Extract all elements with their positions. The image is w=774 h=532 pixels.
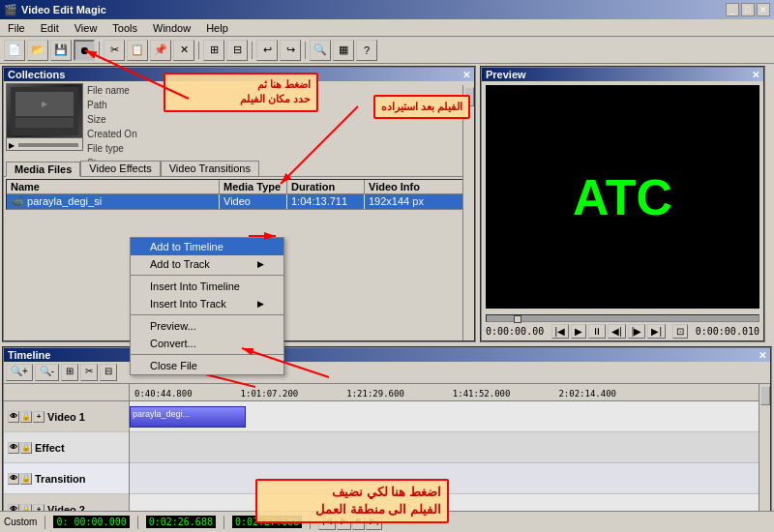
track-row-video1: parayla_degi...: [130, 401, 759, 432]
delete-button[interactable]: ✕: [173, 40, 194, 61]
ctx-insert-track-arrow: ▶: [257, 299, 264, 309]
grid-button[interactable]: ▦: [333, 40, 354, 61]
col-header-duration: Duration: [287, 180, 365, 193]
redo-button[interactable]: ↪: [280, 40, 301, 61]
preview-panel: Preview ✕ ATC 0:00:00.00 |◀ ▶ ⏸ ◀| |▶ ▶|…: [480, 66, 765, 342]
toolbar-sep2: [198, 42, 199, 59]
menu-file[interactable]: File: [4, 21, 29, 35]
preview-display-text: ATC: [573, 168, 672, 226]
collections-scrollbar[interactable]: [462, 85, 474, 340]
thumb-image: ▶: [7, 84, 82, 137]
thumb-play[interactable]: ▶: [9, 141, 15, 150]
ctx-sep2: [131, 314, 283, 315]
ruler-mark-3: 1:41:52.000: [453, 389, 511, 399]
split-button[interactable]: ⊞: [203, 40, 224, 61]
menu-tools[interactable]: Tools: [108, 21, 141, 35]
trim-button[interactable]: ⊟: [226, 40, 248, 61]
menu-window[interactable]: Window: [149, 21, 194, 35]
file-row-0[interactable]: 📹 parayla_degi_si Video 1:04:13.711 192x…: [7, 194, 471, 209]
preview-slider-thumb[interactable]: [514, 315, 521, 323]
paste-button[interactable]: 📌: [150, 40, 171, 61]
prev-pause[interactable]: ⏸: [588, 324, 606, 339]
preview-close[interactable]: ✕: [752, 70, 759, 80]
timeline-ruler: 0:40:44.800 1:01:07.200 1:21:29.600 1:41…: [130, 384, 759, 401]
tl-fit[interactable]: ⊞: [61, 364, 78, 381]
save-button[interactable]: 💾: [50, 40, 72, 61]
ctx-preview[interactable]: Preview...: [131, 317, 283, 335]
annotation-import: اضغط هنا ثم حدد مكان الفيلم: [164, 73, 318, 112]
collections-label: Collections: [8, 69, 65, 80]
preview-buttons: 0:00:00.00 |◀ ▶ ⏸ ◀| |▶ ▶| ⊡ 0:00:00.010: [486, 324, 759, 339]
undo-button[interactable]: ↩: [256, 40, 278, 61]
track-label-transition: 👁 🔒 Transition: [4, 463, 129, 494]
trk-eye-video1[interactable]: 👁: [8, 411, 19, 423]
prev-fullscreen[interactable]: ⊡: [672, 324, 688, 339]
collections-panel: Collections ✕ ▶ ▶: [2, 66, 476, 342]
ctx-add-to-timeline[interactable]: Add to Timeline: [131, 238, 283, 255]
annotation-after-import: الفيلم بعد استيراده: [373, 95, 470, 119]
effect-label: Effect: [35, 442, 65, 454]
prev-step-back[interactable]: ◀|: [608, 324, 626, 339]
preview-label: Preview: [486, 69, 526, 80]
toolbar-sep3: [252, 42, 253, 59]
prev-go-start[interactable]: |◀: [551, 324, 570, 339]
cut-button[interactable]: ✂: [104, 40, 125, 61]
prop-size-label: Size: [87, 112, 105, 127]
trk-lock-effect[interactable]: 🔒: [20, 442, 32, 454]
thumbnail: ▶ ▶: [6, 83, 83, 151]
tl-split[interactable]: ✂: [80, 364, 98, 381]
track-label-effect: 👁 🔒 Effect: [4, 432, 129, 463]
ruler-mark-2: 1:21:29.600: [346, 389, 404, 399]
new-button[interactable]: 📄: [4, 40, 25, 61]
prev-play[interactable]: ▶: [571, 324, 586, 339]
menu-edit[interactable]: Edit: [37, 21, 63, 35]
ctx-insert-into-timeline[interactable]: Insert Into Timeline: [131, 278, 283, 295]
trk-eye-trans[interactable]: 👁: [8, 473, 19, 485]
ctx-convert[interactable]: Convert...: [131, 335, 283, 352]
tab-video-effects[interactable]: Video Effects: [80, 161, 160, 176]
ctx-insert-into-track[interactable]: Insert Into Track ▶: [131, 295, 283, 312]
prev-go-end[interactable]: ▶|: [647, 324, 666, 339]
transition-label: Transition: [35, 473, 86, 485]
prev-step-fwd[interactable]: |▶: [628, 324, 646, 339]
preview-time-right: 0:00:00.010: [696, 326, 759, 337]
preview-slider[interactable]: [486, 314, 759, 322]
toolbar-sep1: [99, 42, 100, 59]
zoom-button[interactable]: 🔍: [310, 40, 331, 61]
svg-rect-2: [15, 118, 74, 128]
timeline-close[interactable]: ✕: [759, 350, 766, 361]
record-button[interactable]: ⏺: [74, 40, 95, 61]
status-sep3: [223, 516, 224, 529]
menu-bar: File Edit View Tools Window Help: [0, 19, 774, 37]
trk-lock-trans[interactable]: 🔒: [20, 473, 32, 485]
tab-video-transitions[interactable]: Video Transitions: [161, 161, 259, 176]
menu-help[interactable]: Help: [202, 21, 232, 35]
maximize-button[interactable]: □: [741, 3, 755, 16]
tl-zoom-out[interactable]: 🔍-: [35, 364, 59, 381]
app-title: Video Edit Magic: [21, 4, 106, 15]
timeline-section: Timeline ✕ 🔍+ 🔍- ⊞ ✂ ⊟ 👁 🔒 + Video 1 👁: [2, 346, 772, 532]
ctx-close-file[interactable]: Close File: [131, 357, 283, 374]
prop-path-label: Path: [87, 98, 107, 112]
context-menu: Add to Timeline Add to Track ▶ Insert In…: [130, 237, 284, 375]
trk-lock-video1[interactable]: 🔒: [20, 411, 32, 423]
minimize-button[interactable]: _: [726, 3, 739, 16]
menu-view[interactable]: View: [71, 21, 102, 35]
status-mode: Custom: [4, 517, 37, 527]
collections-close[interactable]: ✕: [462, 70, 470, 80]
tab-media-files[interactable]: Media Files: [6, 162, 80, 177]
open-button[interactable]: 📂: [27, 40, 48, 61]
help-button[interactable]: ?: [356, 40, 377, 61]
clip-video1[interactable]: parayla_degi...: [130, 406, 246, 428]
tl-trim[interactable]: ⊟: [100, 364, 117, 381]
close-button[interactable]: ✕: [757, 3, 770, 16]
media-info-area: ▶ ▶ File name Path Size Created On File …: [4, 81, 474, 159]
status-sep1: [45, 516, 45, 529]
copy-button[interactable]: 📋: [127, 40, 148, 61]
ruler-mark-0: 0:40:44.800: [134, 389, 193, 399]
trk-eye-effect[interactable]: 👁: [8, 442, 19, 454]
ctx-add-to-track[interactable]: Add to Track ▶: [131, 255, 283, 273]
title-bar: 🎬 Video Edit Magic _ □ ✕: [0, 0, 774, 19]
tl-zoom-in[interactable]: 🔍+: [6, 364, 33, 381]
trk-expand-video1[interactable]: +: [33, 411, 45, 423]
